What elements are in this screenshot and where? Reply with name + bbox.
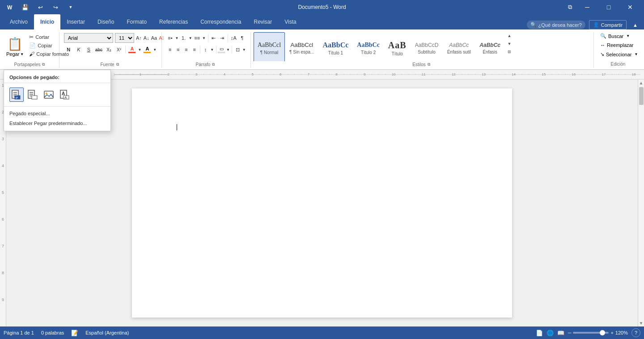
style-subtitulo[interactable]: AaBbCcD Subtítulo [411,32,443,61]
document-page[interactable] [132,88,512,318]
search-button[interactable]: 🔍 Buscar ▼ [597,32,639,40]
multilevel-button[interactable]: ≡≡ [193,33,201,43]
multilevel-arrow[interactable]: ▼ [202,33,206,43]
style-enfasis-sutil[interactable]: AaBbCc Énfasis sutil [443,32,475,61]
subscript-button[interactable]: X₂ [104,45,114,54]
style-titulo[interactable]: AaB Título [384,32,411,61]
underline-button[interactable]: S [84,45,93,54]
share-button[interactable]: 👤 Compartir [589,20,627,29]
select-btn-icon: ↘ [600,51,604,57]
paste-special-item[interactable]: Pegado especial... [4,109,110,118]
scroll-up-button[interactable]: ▲ [638,80,644,86]
style-normal[interactable]: AaBbCcl ¶ Normal [254,32,285,61]
align-center-button[interactable]: ≡ [174,45,182,54]
restore-window-icon[interactable]: ⧉ [564,1,576,13]
show-paragraph-button[interactable]: ¶ [238,33,246,43]
zoom-thumb[interactable] [600,330,605,335]
paste-button[interactable]: 📋 Pegar ▼ [4,32,25,61]
maximize-button[interactable]: □ [598,0,619,14]
line-spacing-button[interactable]: ↕ [202,45,209,54]
clear-format-button[interactable]: A⃝ [159,33,164,42]
zoom-level[interactable]: 120% [615,330,628,335]
replace-button[interactable]: ↔ Reemplazar [597,42,639,49]
align-left-button[interactable]: ≡ [166,45,174,54]
scroll-down-button[interactable]: ▼ [638,320,644,326]
search-box[interactable]: 🔍 ¿Qué desea hacer? [527,21,585,29]
style-sin-espacio[interactable]: AaBbCcl ¶ Sin espa... [285,32,318,61]
style-enfasis[interactable]: AaBbCc Énfasis [475,32,504,61]
bold-button[interactable]: N [64,45,73,54]
proofing-icon[interactable]: 📝 [71,330,78,336]
save-button[interactable]: 💾 [19,1,31,13]
style-titulo1[interactable]: AaBbCc Título 1 [319,32,353,61]
clipboard-expand-icon[interactable]: ⧉ [40,61,47,67]
text-highlight-arrow[interactable]: ▼ [138,45,142,54]
help-button[interactable]: ? [631,328,640,337]
minimize-button[interactable]: ─ [577,0,597,14]
view-reading-icon[interactable]: 📖 [557,330,564,336]
strikethrough-button[interactable]: abc [94,45,104,54]
tab-inicio[interactable]: Inicio [34,14,60,29]
collapse-ribbon-button[interactable]: ▲ [630,21,640,29]
text-highlight-button[interactable]: A [127,45,137,54]
numbering-button[interactable]: 1. [180,33,187,43]
italic-button[interactable]: K [74,45,84,54]
zoom-in-button[interactable]: + [610,330,613,335]
change-case-button[interactable]: Aa [151,33,157,42]
redo-button[interactable]: ↪ [49,1,62,13]
paste-option-keep-source[interactable]: P [9,88,24,102]
font-size-select[interactable]: 11 [115,33,134,43]
styles-scroll-more[interactable]: ⊞ [506,48,513,55]
increase-font-button[interactable]: A↑ [136,33,142,42]
tab-archivo[interactable]: Archivo [4,14,34,29]
tab-vista[interactable]: Vista [278,14,302,29]
view-print-icon[interactable]: 📄 [536,330,543,336]
font-expand-icon[interactable]: ⧉ [114,61,121,67]
styles-expand-icon[interactable]: ⧉ [426,61,432,67]
font-color-arrow[interactable]: ▼ [153,45,157,54]
font-color-button[interactable]: A [143,45,152,54]
editing-group: 🔍 Buscar ▼ ↔ Reemplazar ↘ Seleccionar ▼ … [596,31,640,69]
numbering-arrow[interactable]: ▼ [188,33,192,43]
paste-option-merge-format[interactable] [25,88,40,102]
styles-group-label: Estilos [412,62,425,67]
vertical-scrollbar[interactable]: ▲ ▼ [638,80,644,326]
scroll-thumb[interactable] [639,87,644,105]
styles-scroll-down[interactable]: ▼ [506,40,513,47]
paragraph-expand-icon[interactable]: ⧉ [210,61,216,67]
sort-button[interactable]: ↕A [230,33,237,43]
paste-option-picture[interactable] [42,88,56,102]
borders-arrow[interactable]: ▼ [242,45,246,54]
bullets-button[interactable]: ≡• [166,33,174,43]
close-button[interactable]: ✕ [620,0,640,14]
tab-revisar[interactable]: Revisar [248,14,279,29]
borders-button[interactable]: ⊡ [234,45,241,54]
tab-correspondencia[interactable]: Correspondencia [194,14,247,29]
decrease-font-button[interactable]: A↓ [144,33,149,42]
tab-insertar[interactable]: Insertar [60,14,91,29]
tab-referencias[interactable]: Referencias [153,14,194,29]
tab-diseno[interactable]: Diseño [91,14,120,29]
align-right-button[interactable]: ≡ [182,45,190,54]
undo-button[interactable]: ↩ [34,1,47,13]
justify-button[interactable]: ≡ [191,45,198,54]
zoom-slider[interactable] [573,332,609,334]
zoom-out-button[interactable]: ─ [568,330,572,335]
shading-button[interactable]: ▭ [218,45,225,54]
increase-indent-button[interactable]: ⇥ [218,33,226,43]
view-web-icon[interactable]: 🌐 [547,330,554,336]
tab-formato[interactable]: Formato [120,14,153,29]
font-name-select[interactable]: Arial [64,33,113,43]
set-default-paste-item[interactable]: Establecer Pegar predeterminado... [4,118,110,128]
shading-arrow[interactable]: ▼ [226,45,230,54]
line-spacing-arrow[interactable]: ▼ [210,45,214,54]
bullets-arrow[interactable]: ▼ [175,33,179,43]
customize-qat-button[interactable]: ▼ [64,1,77,13]
style-titulo2[interactable]: AaBbCc Título 2 [353,32,384,61]
select-button[interactable]: ↘ Seleccionar ▼ [597,50,639,58]
styles-scroll-up[interactable]: ▲ [506,32,513,39]
paste-option-text-only[interactable]: AA [58,88,72,102]
language-indicator[interactable]: Español (Argentina) [85,330,129,335]
superscript-button[interactable]: X² [114,45,124,54]
decrease-indent-button[interactable]: ⇤ [210,33,217,43]
